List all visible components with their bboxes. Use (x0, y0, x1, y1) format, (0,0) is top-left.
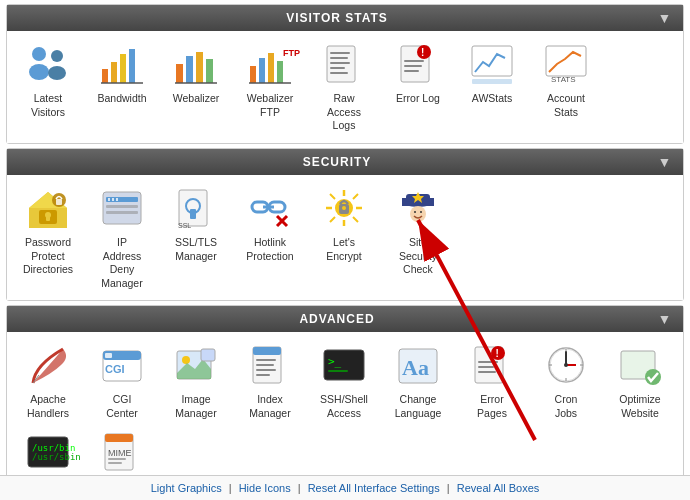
svg-rect-99 (478, 371, 496, 373)
program-paths-item[interactable]: /usr/bin /usr/sbin ProgramPaths (11, 425, 85, 475)
index-manager-item[interactable]: IndexManager (233, 338, 307, 424)
error-log-label: Error Log (396, 92, 440, 106)
error-log-icon: ! (394, 41, 442, 89)
reveal-all-boxes-link[interactable]: Reveal All Boxes (457, 482, 540, 494)
svg-text:/usr/sbin: /usr/sbin (32, 452, 81, 462)
svg-point-72 (410, 206, 426, 222)
advanced-content: ApacheHandlers CGI CGICenter (7, 332, 683, 475)
svg-rect-87 (256, 369, 276, 371)
apache-handlers-icon (24, 342, 72, 390)
apache-handlers-item[interactable]: ApacheHandlers (11, 338, 85, 424)
change-language-item[interactable]: Aa ChangeLanguage (381, 338, 455, 424)
svg-rect-14 (250, 66, 256, 83)
password-protect-icon (24, 185, 72, 233)
svg-rect-43 (106, 205, 138, 208)
webalizer-ftp-item[interactable]: FTP WebalizerFTP (233, 37, 307, 123)
svg-rect-38 (46, 215, 50, 221)
error-log-item[interactable]: ! Error Log (381, 37, 455, 110)
raw-access-logs-item[interactable]: RawAccessLogs (307, 37, 381, 137)
visitor-stats-header[interactable]: VISITOR STATS ▼ (7, 5, 683, 31)
svg-rect-21 (330, 52, 350, 54)
site-security-check-item[interactable]: SiteSecurityCheck (381, 181, 455, 281)
ssl-tls-item[interactable]: SSL SSL/TLSManager (159, 181, 233, 267)
latest-visitors-item[interactable]: LatestVisitors (11, 37, 85, 123)
lets-encrypt-item[interactable]: Let'sEncrypt (307, 181, 381, 267)
visitor-stats-collapse[interactable]: ▼ (657, 10, 673, 26)
svg-rect-16 (268, 53, 274, 83)
cron-jobs-item[interactable]: CronJobs (529, 338, 603, 424)
svg-rect-86 (256, 364, 274, 366)
svg-rect-12 (206, 59, 213, 83)
password-protect-item[interactable]: PasswordProtectDirectories (11, 181, 85, 281)
security-header[interactable]: SECURITY ▼ (7, 149, 683, 175)
svg-rect-23 (330, 62, 350, 64)
svg-rect-82 (201, 349, 215, 361)
bandwidth-label: Bandwidth (97, 92, 146, 106)
svg-rect-98 (478, 366, 494, 368)
hide-icons-link[interactable]: Hide Icons (239, 482, 291, 494)
awstats-item[interactable]: AWStats (455, 37, 529, 110)
ip-deny-label: IPAddressDenyManager (101, 236, 142, 291)
svg-rect-11 (196, 52, 203, 83)
account-stats-icon: STATS (542, 41, 590, 89)
svg-text:CGI: CGI (105, 363, 125, 375)
mime-types-icon: MIME (98, 429, 146, 475)
webalizer-icon (172, 41, 220, 89)
light-graphics-link[interactable]: Light Graphics (151, 482, 222, 494)
webalizer-item[interactable]: Webalizer (159, 37, 233, 110)
bandwidth-item[interactable]: Bandwidth (85, 37, 159, 110)
ip-deny-item[interactable]: IPAddressDenyManager (85, 181, 159, 295)
ssh-shell-item[interactable]: >_ SSH/ShellAccess (307, 338, 381, 424)
svg-rect-33 (472, 79, 512, 84)
optimize-website-item[interactable]: OptimizeWebsite (603, 338, 677, 424)
svg-rect-10 (186, 56, 193, 83)
hotlink-item[interactable]: HotlinkProtection (233, 181, 307, 267)
hotlink-label: HotlinkProtection (246, 236, 293, 263)
webalizer-ftp-icon: FTP (246, 41, 294, 89)
svg-line-65 (330, 217, 335, 222)
visitor-stats-content: LatestVisitors Bandwidth (7, 31, 683, 143)
error-pages-label: ErrorPages (477, 393, 507, 420)
svg-rect-50 (190, 209, 196, 219)
svg-point-104 (564, 363, 568, 367)
ssh-shell-label: SSH/ShellAccess (320, 393, 368, 420)
webalizer-label: Webalizer (173, 92, 220, 106)
index-manager-icon (246, 342, 294, 390)
advanced-header[interactable]: ADVANCED ▼ (7, 306, 683, 332)
svg-text:!: ! (421, 47, 424, 58)
image-manager-item[interactable]: ImageManager (159, 338, 233, 424)
password-protect-label: PasswordProtectDirectories (23, 236, 73, 277)
svg-rect-91 (328, 370, 348, 372)
raw-access-logs-icon (320, 41, 368, 89)
error-pages-item[interactable]: ! ErrorPages (455, 338, 529, 424)
security-collapse[interactable]: ▼ (657, 154, 673, 170)
svg-rect-115 (105, 434, 133, 442)
svg-text:FTP: FTP (283, 48, 300, 58)
webalizer-ftp-label: WebalizerFTP (247, 92, 294, 119)
change-language-icon: Aa (394, 342, 442, 390)
svg-text:STATS: STATS (551, 75, 576, 84)
error-pages-icon: ! (468, 342, 516, 390)
ssl-tls-label: SSL/TLSManager (175, 236, 217, 263)
svg-point-1 (29, 64, 49, 80)
svg-point-3 (48, 66, 66, 80)
svg-text:MIME: MIME (108, 448, 132, 458)
svg-rect-118 (108, 462, 122, 464)
lets-encrypt-icon (320, 185, 368, 233)
svg-point-0 (32, 47, 46, 61)
mime-types-item[interactable]: MIME MIMETypes (85, 425, 159, 475)
change-language-label: ChangeLanguage (395, 393, 442, 420)
svg-rect-9 (176, 64, 183, 83)
account-stats-item[interactable]: STATS AccountStats (529, 37, 603, 123)
image-manager-label: ImageManager (175, 393, 216, 420)
cgi-center-item[interactable]: CGI CGICenter (85, 338, 159, 424)
reset-interface-link[interactable]: Reset All Interface Settings (308, 482, 440, 494)
lets-encrypt-label: Let'sEncrypt (326, 236, 362, 263)
cron-jobs-label: CronJobs (555, 393, 578, 420)
svg-rect-15 (259, 58, 265, 83)
svg-rect-48 (179, 190, 207, 226)
svg-rect-78 (105, 353, 112, 358)
advanced-collapse[interactable]: ▼ (657, 311, 673, 327)
svg-line-63 (353, 217, 358, 222)
raw-access-logs-label: RawAccessLogs (327, 92, 361, 133)
